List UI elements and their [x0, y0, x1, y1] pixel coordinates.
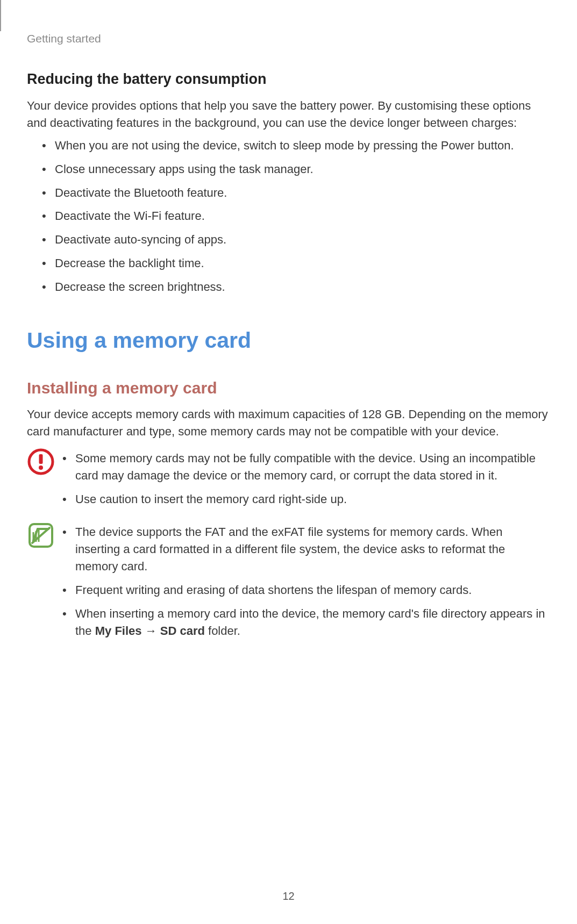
list-item: Some memory cards may not be fully compa… [62, 450, 550, 484]
list-item: Frequent writing and erasing of data sho… [62, 582, 550, 599]
bold-text-sdcard: SD card [160, 624, 205, 638]
list-item: The device supports the FAT and the exFA… [62, 524, 550, 575]
arrow-text: → [142, 624, 160, 638]
warning-content: Some memory cards may not be fully compa… [62, 447, 550, 514]
list-item: Decrease the backlight time. [42, 255, 550, 272]
list-item: Decrease the screen brightness. [42, 278, 550, 296]
subsection-title-battery: Reducing the battery consumption [27, 71, 550, 88]
memory-card-intro-paragraph: Your device accepts memory cards with ma… [27, 406, 550, 440]
list-item: Close unnecessary apps using the task ma… [42, 161, 550, 178]
note-list: The device supports the FAT and the exFA… [62, 524, 550, 639]
battery-intro-paragraph: Your device provides options that help y… [27, 97, 550, 132]
bold-text-myfiles: My Files [95, 624, 142, 638]
warning-icon [27, 448, 55, 476]
list-item: When inserting a memory card into the de… [62, 605, 550, 640]
svg-point-2 [39, 465, 43, 470]
note-icon [27, 521, 55, 549]
main-heading-memory-card: Using a memory card [27, 328, 550, 353]
note-text-suffix: folder. [205, 624, 240, 638]
list-item: Deactivate auto-syncing of apps. [42, 231, 550, 248]
section-header: Getting started [27, 32, 550, 45]
list-item: When you are not using the device, switc… [42, 137, 550, 154]
svg-rect-1 [39, 454, 43, 464]
subsection-title-install: Installing a memory card [27, 379, 550, 397]
list-item: Deactivate the Wi-Fi feature. [42, 207, 550, 225]
document-page: Getting started Reducing the battery con… [0, 0, 577, 924]
page-number: 12 [0, 890, 577, 902]
warning-callout: Some memory cards may not be fully compa… [27, 447, 550, 514]
list-item: Use caution to insert the memory card ri… [62, 491, 550, 508]
warning-list: Some memory cards may not be fully compa… [62, 450, 550, 508]
note-content: The device supports the FAT and the exFA… [62, 520, 550, 646]
list-item: Deactivate the Bluetooth feature. [42, 184, 550, 202]
note-callout: The device supports the FAT and the exFA… [27, 520, 550, 646]
battery-tips-list: When you are not using the device, switc… [27, 137, 550, 296]
